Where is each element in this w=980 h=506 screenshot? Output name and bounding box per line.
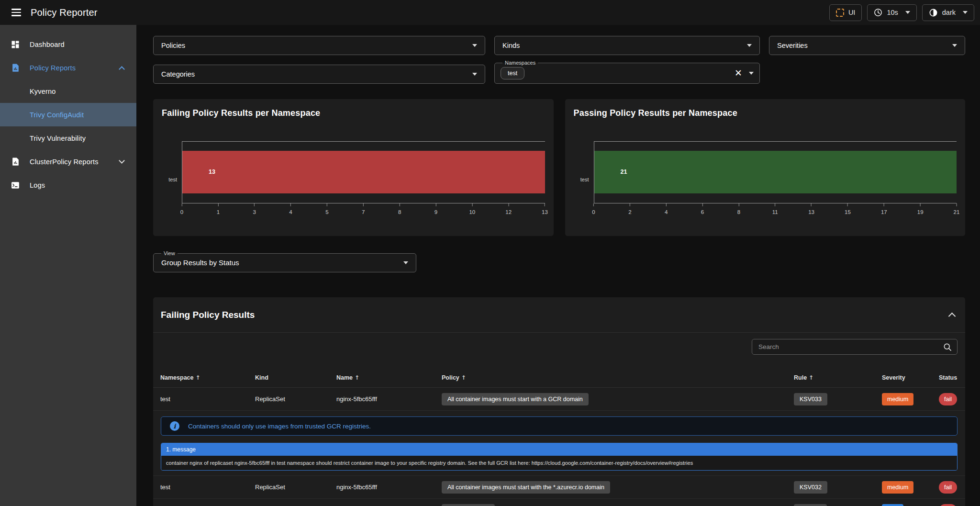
status-badge: fail xyxy=(939,393,957,405)
namespace-chip[interactable]: test xyxy=(501,67,524,79)
dashboard-icon xyxy=(10,40,21,49)
table-row[interactable]: test ReplicaSet nginx-5fbc65fff All cont… xyxy=(153,476,965,499)
column-header-namespace[interactable]: Namespace↑ xyxy=(160,374,255,381)
severity-badge: low xyxy=(882,504,903,506)
status-badge: fail xyxy=(939,504,957,506)
clock-icon xyxy=(874,8,882,17)
rule-chip[interactable]: KSV032 xyxy=(794,481,827,494)
chevron-down-icon xyxy=(119,157,125,164)
x-axis-ticks: 0 1 3 4 5 7 8 9 10 12 13 xyxy=(182,203,545,218)
topbar-actions: UI 10s dark xyxy=(829,4,974,21)
theme-select[interactable]: dark xyxy=(922,4,974,21)
severity-badge: medium xyxy=(882,481,913,494)
view-select-value: Group Results by Status xyxy=(161,259,239,267)
column-header-kind[interactable]: Kind xyxy=(255,374,336,381)
chevron-down-icon xyxy=(472,44,477,47)
collapse-icon[interactable] xyxy=(948,313,956,320)
chart-title: Passing Policy Results per Namespace xyxy=(574,108,957,118)
sort-asc-icon: ↑ xyxy=(461,374,466,381)
ui-button-label: UI xyxy=(848,9,856,16)
severities-select[interactable]: Severities xyxy=(769,36,965,55)
x-tick: 10 xyxy=(469,203,475,215)
namespaces-select[interactable]: Namespaces test ✕ xyxy=(494,60,760,84)
refresh-interval-value: 10s xyxy=(887,9,898,16)
theme-value: dark xyxy=(942,9,956,16)
chevron-down-icon xyxy=(952,44,957,47)
x-tick: 6 xyxy=(701,203,704,215)
view-select-label: View xyxy=(161,250,178,256)
cell-namespace: test xyxy=(160,395,255,403)
cell-name: nginx-5fbc65fff xyxy=(336,484,442,491)
sidebar-item-trivy-configaudit[interactable]: Trivy ConfigAudit xyxy=(0,103,136,126)
column-header-rule[interactable]: Rule↑ xyxy=(794,374,882,381)
x-tick: 13 xyxy=(808,203,814,215)
sidebar-item-label: ClusterPolicy Reports xyxy=(30,158,99,166)
column-header-status[interactable]: Status xyxy=(939,374,958,381)
x-tick: 4 xyxy=(289,203,292,215)
policy-description-alert: i Containers should only use images from… xyxy=(161,416,958,436)
policy-chip[interactable]: All container images must start with a G… xyxy=(442,393,589,405)
severities-select-label: Severities xyxy=(777,42,808,49)
app-window: Policy Reporter UI 10s dark xyxy=(0,0,980,506)
cell-kind: ReplicaSet xyxy=(255,395,336,403)
kinds-select[interactable]: Kinds xyxy=(494,36,760,55)
status-badge: fail xyxy=(939,481,957,494)
rule-chip[interactable]: KSV011 xyxy=(794,504,827,506)
column-header-name[interactable]: Name↑ xyxy=(336,374,442,381)
column-header-policy[interactable]: Policy↑ xyxy=(442,374,794,381)
menu-icon[interactable] xyxy=(7,3,26,22)
failing-bar[interactable]: 13 xyxy=(182,151,545,194)
table-row[interactable]: test ReplicaSet nginx-5fbc65fff CPU not … xyxy=(153,499,965,506)
policy-chip[interactable]: CPU not limited xyxy=(442,504,495,506)
search-box xyxy=(752,339,958,355)
y-axis-label: test xyxy=(580,177,589,182)
ui-button[interactable]: UI xyxy=(829,4,862,21)
sidebar-item-trivy-vulnerability[interactable]: Trivy Vulnerability xyxy=(0,126,136,150)
terminal-icon xyxy=(10,180,21,190)
policies-select[interactable]: Policies xyxy=(153,36,485,55)
x-tick: 5 xyxy=(325,203,328,215)
sidebar-item-label: Trivy Vulnerability xyxy=(30,135,86,142)
severity-badge: medium xyxy=(882,393,913,405)
view-select[interactable]: View Group Results by Status xyxy=(153,250,416,272)
charts-row: Failing Policy Results per Namespace tes… xyxy=(153,99,965,236)
filter-bar: Policies Kinds Severities Categories Nam… xyxy=(153,36,965,84)
sidebar-item-clusterpolicy-reports[interactable]: ClusterPolicy Reports xyxy=(0,150,136,173)
view-row: View Group Results by Status xyxy=(153,250,965,272)
theme-icon xyxy=(929,8,938,17)
x-tick: 15 xyxy=(845,203,851,215)
sort-asc-icon: ↑ xyxy=(355,374,359,381)
clear-icon[interactable]: ✕ xyxy=(735,68,742,78)
bar-value-label: 13 xyxy=(209,169,215,175)
x-axis-ticks: 0 2 4 6 8 11 13 15 17 19 21 xyxy=(594,203,957,218)
x-tick: 13 xyxy=(542,203,548,215)
x-tick: 19 xyxy=(917,203,924,215)
chevron-down-icon xyxy=(403,261,408,264)
policy-chip[interactable]: All container images must start with the… xyxy=(442,481,610,494)
sidebar-item-label: Dashboard xyxy=(30,41,65,48)
sidebar-item-label: Logs xyxy=(30,181,45,189)
kinds-select-label: Kinds xyxy=(502,42,520,49)
rule-chip[interactable]: KSV033 xyxy=(794,393,827,405)
failing-results-chart-card: Failing Policy Results per Namespace tes… xyxy=(153,99,554,236)
y-axis-label: test xyxy=(168,177,177,182)
column-header-severity[interactable]: Severity xyxy=(882,374,939,381)
table-row[interactable]: test ReplicaSet nginx-5fbc65fff All cont… xyxy=(153,388,965,411)
message-block: 1. message container nginx of replicaset… xyxy=(161,443,958,471)
results-card-header: Failing Policy Results xyxy=(153,297,965,333)
chevron-down-icon xyxy=(963,11,968,14)
search-icon[interactable] xyxy=(943,342,952,352)
sidebar-item-dashboard[interactable]: Dashboard xyxy=(0,33,136,56)
x-tick: 4 xyxy=(665,203,668,215)
passing-bar[interactable]: 21 xyxy=(594,151,957,194)
sidebar-item-policy-reports[interactable]: Policy Reports xyxy=(0,56,136,79)
sidebar-item-kyverno[interactable]: Kyverno xyxy=(0,79,136,103)
search-input[interactable] xyxy=(758,343,943,350)
refresh-interval-select[interactable]: 10s xyxy=(867,4,916,21)
x-tick: 2 xyxy=(628,203,631,215)
sidebar-item-logs[interactable]: Logs xyxy=(0,173,136,197)
categories-select[interactable]: Categories xyxy=(153,65,485,84)
message-body: container nginx of replicaset nginx-5fbc… xyxy=(161,456,957,470)
report-chart-icon xyxy=(10,157,21,166)
bar-value-label: 21 xyxy=(621,169,627,175)
